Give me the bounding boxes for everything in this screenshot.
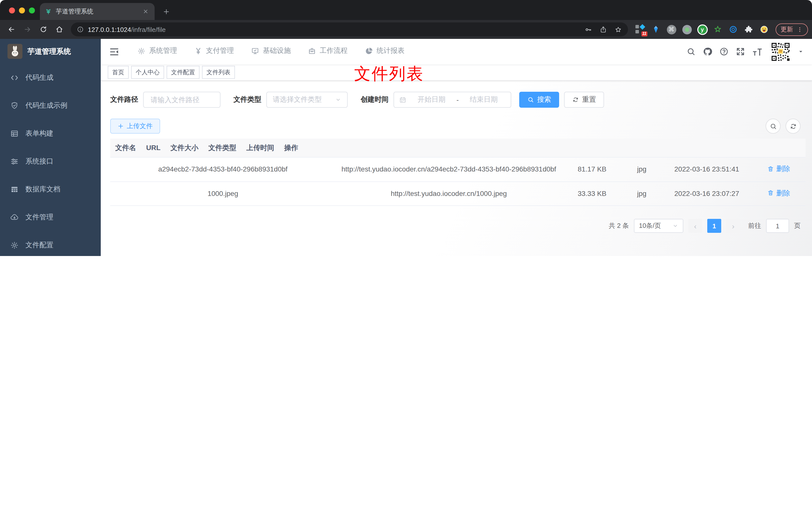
goto-page-input-wrap bbox=[766, 219, 789, 233]
shield-icon bbox=[10, 101, 19, 110]
table-row: a294ecb2-73dd-4353-bf40-296b8931d0bf htt… bbox=[110, 157, 806, 182]
user-avatar[interactable] bbox=[771, 42, 790, 62]
bookmark-star-icon[interactable] bbox=[614, 26, 622, 33]
profile-avatar-icon[interactable] bbox=[759, 24, 770, 35]
top-menu-item[interactable]: 统计报表 bbox=[359, 39, 410, 64]
trash-icon bbox=[767, 189, 774, 197]
extension-gem-icon[interactable] bbox=[650, 24, 661, 35]
page-number-button[interactable]: 1 bbox=[707, 219, 721, 233]
file-type-label: 文件类型 bbox=[233, 95, 261, 104]
tag-label: 文件列表 bbox=[206, 68, 230, 77]
top-menu-item[interactable]: 基础设施 bbox=[245, 39, 296, 64]
sidebar-item[interactable]: 代码生成示例 bbox=[0, 92, 101, 120]
fullscreen-icon[interactable] bbox=[736, 47, 745, 56]
table-header-row: 文件名 URL 文件大小 文件类型 上传时间 操作 bbox=[110, 139, 806, 157]
window-zoom-button[interactable] bbox=[29, 7, 35, 13]
search-button[interactable]: 搜索 bbox=[519, 92, 559, 108]
prev-page-button[interactable]: ‹ bbox=[688, 219, 702, 233]
upload-file-button[interactable]: 上传文件 bbox=[110, 119, 160, 133]
file-type-placeholder: 请选择文件类型 bbox=[273, 95, 322, 104]
next-page-button[interactable]: › bbox=[726, 219, 740, 233]
date-range-picker[interactable]: 开始日期 - 结束日期 bbox=[394, 92, 511, 108]
dbtable-icon bbox=[10, 185, 19, 194]
home-button[interactable] bbox=[52, 22, 67, 37]
window-controls bbox=[9, 7, 35, 13]
address-bar[interactable]: 127.0.0.1:1024/infra/file/file bbox=[71, 23, 628, 36]
extension-y-circle-icon[interactable]: y bbox=[697, 24, 708, 35]
file-type-select[interactable]: 请选择文件类型 bbox=[266, 92, 348, 108]
font-size-icon[interactable] bbox=[752, 47, 762, 56]
tag-item[interactable]: 个人中心 bbox=[131, 66, 164, 79]
top-menu-item[interactable]: 工作流程 bbox=[302, 39, 353, 64]
sidebar-logo[interactable]: 芋道管理系统 bbox=[0, 39, 101, 64]
chevron-down-icon bbox=[672, 223, 678, 229]
sidebar-item[interactable]: 文件管理 bbox=[0, 203, 101, 231]
tag-item[interactable]: 文件列表 bbox=[202, 66, 235, 79]
file-type-cell: jpg bbox=[622, 188, 662, 200]
goto-label: 前往 bbox=[748, 221, 761, 230]
sidebar-item[interactable]: 文件配置 bbox=[0, 231, 101, 256]
plus-icon bbox=[118, 123, 124, 129]
top-menu-item[interactable]: 支付管理 bbox=[188, 39, 239, 64]
reload-button[interactable] bbox=[36, 22, 51, 37]
github-icon[interactable] bbox=[703, 47, 712, 56]
forward-button[interactable] bbox=[20, 22, 35, 37]
file-path-input[interactable] bbox=[150, 95, 214, 104]
tag-item[interactable]: 首页 bbox=[108, 66, 129, 79]
browser-tab[interactable]: 芋道管理系统 bbox=[40, 3, 155, 20]
table-header-cell: 文件类型 bbox=[203, 142, 241, 154]
sidebar-item[interactable]: 表单构建 bbox=[0, 120, 101, 148]
navbar-actions bbox=[686, 42, 804, 62]
trash-icon bbox=[767, 165, 774, 172]
start-date-placeholder: 开始日期 bbox=[409, 95, 454, 104]
tab-close-icon[interactable] bbox=[142, 7, 150, 16]
file-url-cell: http://test.yudao.iocoder.cn/1000.jpeg bbox=[336, 188, 562, 200]
window-close-button[interactable] bbox=[9, 7, 15, 13]
extension-green-star-icon[interactable] bbox=[712, 24, 723, 35]
gear-icon bbox=[137, 47, 146, 55]
delete-button[interactable]: 删除 bbox=[767, 163, 790, 175]
window-minimize-button[interactable] bbox=[19, 7, 25, 13]
extensions-puzzle-icon[interactable] bbox=[743, 24, 754, 35]
calendar-icon bbox=[399, 96, 406, 103]
extension-command-icon[interactable]: ⌘ bbox=[666, 24, 677, 35]
top-menu-item-label: 工作流程 bbox=[320, 47, 348, 55]
total-count: 共 2 条 bbox=[609, 221, 629, 230]
extension-dot-circle-icon[interactable] bbox=[681, 24, 692, 35]
monitor-check-icon bbox=[251, 47, 259, 55]
header-search-icon[interactable] bbox=[686, 47, 696, 56]
refresh-table-button[interactable] bbox=[786, 119, 801, 133]
reset-button[interactable]: 重置 bbox=[564, 92, 604, 108]
extension-blue-ring-icon[interactable] bbox=[728, 24, 739, 35]
tag-item[interactable]: 文件配置 bbox=[167, 66, 200, 79]
chevron-down-icon bbox=[335, 97, 341, 103]
extensions-area: 11 ⌘ y bbox=[632, 24, 773, 35]
password-key-icon[interactable] bbox=[585, 26, 592, 33]
goto-page-input[interactable] bbox=[766, 219, 788, 232]
top-menu-item[interactable]: 系统管理 bbox=[132, 39, 182, 64]
browser-menu-icon[interactable] bbox=[796, 26, 803, 33]
avatar-caret-down-icon[interactable] bbox=[798, 48, 804, 55]
site-info-icon[interactable] bbox=[77, 26, 84, 33]
top-menu-item-label: 统计报表 bbox=[377, 47, 405, 55]
browser-update-button[interactable]: 更新 bbox=[776, 23, 808, 36]
sidebar-item[interactable]: 代码生成 bbox=[0, 64, 101, 92]
new-tab-button[interactable] bbox=[160, 5, 173, 18]
briefcase-icon bbox=[308, 47, 316, 55]
browser-toolbar: 127.0.0.1:1024/infra/file/file 11 ⌘ y 更新 bbox=[0, 20, 812, 39]
sidebar-collapse-icon[interactable] bbox=[109, 46, 120, 57]
page-size-select[interactable]: 10条/页 bbox=[634, 219, 683, 233]
file-path-label: 文件路径 bbox=[110, 95, 138, 104]
share-icon[interactable] bbox=[600, 26, 607, 33]
extension-grid-diamond-icon[interactable]: 11 bbox=[635, 24, 646, 35]
toggle-search-button[interactable] bbox=[765, 119, 781, 133]
end-date-placeholder: 结束日期 bbox=[462, 95, 506, 104]
help-icon[interactable] bbox=[719, 47, 729, 56]
page-size-value: 10条/页 bbox=[639, 221, 661, 230]
sidebar-item[interactable]: 系统接口 bbox=[0, 148, 101, 176]
top-menu-item-label: 系统管理 bbox=[149, 47, 177, 55]
file-url-cell: http://test.yudao.iocoder.cn/a294ecb2-73… bbox=[336, 164, 562, 175]
back-button[interactable] bbox=[4, 22, 19, 37]
sidebar-item[interactable]: 数据库文档 bbox=[0, 176, 101, 203]
delete-button[interactable]: 删除 bbox=[767, 187, 790, 199]
